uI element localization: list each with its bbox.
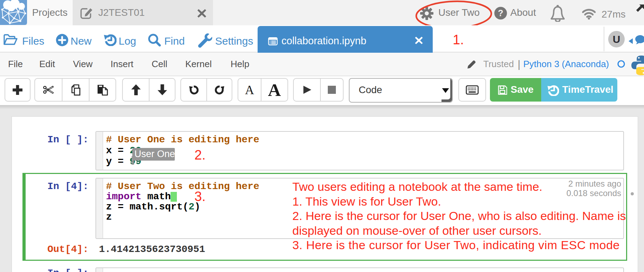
svg-text:?: ? [498, 8, 503, 18]
